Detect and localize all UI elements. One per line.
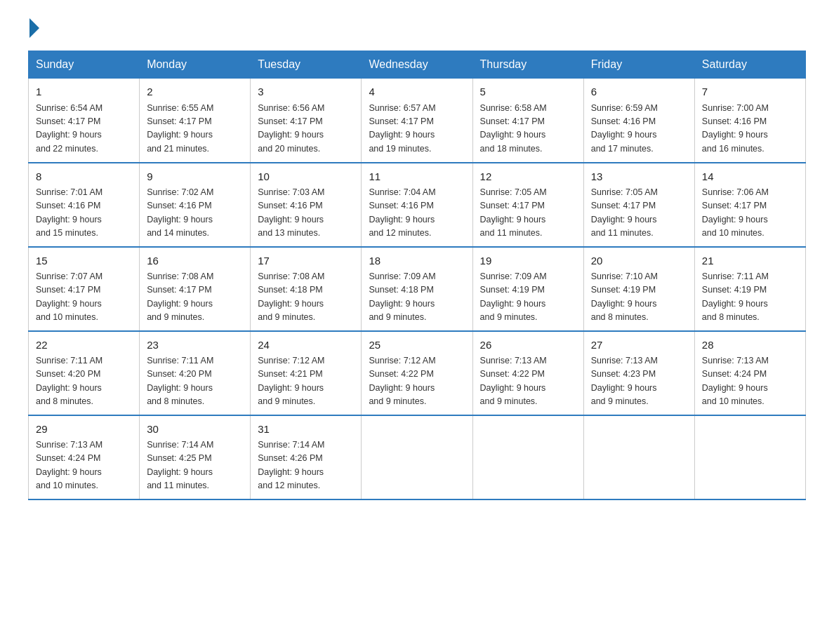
calendar-cell: 28Sunrise: 7:13 AMSunset: 4:24 PMDayligh…	[694, 331, 805, 415]
day-number: 12	[480, 169, 576, 185]
calendar-cell: 21Sunrise: 7:11 AMSunset: 4:19 PMDayligh…	[694, 247, 805, 331]
calendar-cell: 5Sunrise: 6:58 AMSunset: 4:17 PMDaylight…	[472, 79, 583, 163]
page-header	[28, 21, 806, 36]
calendar-cell	[362, 415, 472, 499]
weekday-header-monday: Monday	[140, 51, 251, 79]
day-info: Sunrise: 7:09 AMSunset: 4:19 PMDaylight:…	[480, 270, 576, 325]
day-number: 8	[36, 169, 132, 185]
day-info: Sunrise: 7:05 AMSunset: 4:17 PMDaylight:…	[480, 186, 576, 241]
calendar-cell	[472, 415, 583, 499]
calendar-week-row: 15Sunrise: 7:07 AMSunset: 4:17 PMDayligh…	[29, 247, 806, 331]
calendar-week-row: 8Sunrise: 7:01 AMSunset: 4:16 PMDaylight…	[29, 163, 806, 247]
day-info: Sunrise: 7:10 AMSunset: 4:19 PMDaylight:…	[591, 270, 687, 325]
day-info: Sunrise: 6:57 AMSunset: 4:17 PMDaylight:…	[369, 102, 465, 156]
day-number: 5	[480, 84, 576, 100]
day-number: 21	[702, 253, 798, 269]
day-info: Sunrise: 7:08 AMSunset: 4:18 PMDaylight:…	[258, 270, 354, 325]
calendar-cell: 18Sunrise: 7:09 AMSunset: 4:18 PMDayligh…	[362, 247, 472, 331]
calendar-week-row: 29Sunrise: 7:13 AMSunset: 4:24 PMDayligh…	[29, 415, 806, 499]
day-info: Sunrise: 7:14 AMSunset: 4:25 PMDaylight:…	[147, 438, 243, 493]
calendar-cell: 7Sunrise: 7:00 AMSunset: 4:16 PMDaylight…	[694, 79, 805, 163]
calendar-cell: 12Sunrise: 7:05 AMSunset: 4:17 PMDayligh…	[472, 163, 583, 247]
day-number: 19	[480, 253, 576, 269]
day-info: Sunrise: 7:11 AMSunset: 4:19 PMDaylight:…	[702, 270, 798, 325]
calendar-table: SundayMondayTuesdayWednesdayThursdayFrid…	[28, 51, 806, 500]
calendar-cell: 16Sunrise: 7:08 AMSunset: 4:17 PMDayligh…	[140, 247, 251, 331]
day-info: Sunrise: 7:01 AMSunset: 4:16 PMDaylight:…	[36, 186, 132, 241]
day-number: 3	[258, 84, 354, 100]
day-info: Sunrise: 6:59 AMSunset: 4:16 PMDaylight:…	[591, 102, 687, 156]
day-number: 25	[369, 337, 465, 354]
day-info: Sunrise: 7:13 AMSunset: 4:22 PMDaylight:…	[480, 354, 576, 409]
weekday-header-tuesday: Tuesday	[251, 51, 362, 79]
logo-arrow-icon	[29, 18, 39, 38]
day-number: 22	[36, 337, 132, 354]
day-info: Sunrise: 6:56 AMSunset: 4:17 PMDaylight:…	[258, 102, 354, 156]
calendar-cell: 29Sunrise: 7:13 AMSunset: 4:24 PMDayligh…	[29, 415, 140, 499]
logo	[28, 21, 39, 36]
calendar-cell: 27Sunrise: 7:13 AMSunset: 4:23 PMDayligh…	[583, 331, 694, 415]
day-info: Sunrise: 7:00 AMSunset: 4:16 PMDaylight:…	[702, 102, 798, 156]
weekday-header-row: SundayMondayTuesdayWednesdayThursdayFrid…	[29, 51, 806, 79]
day-info: Sunrise: 7:11 AMSunset: 4:20 PMDaylight:…	[147, 354, 243, 409]
calendar-cell: 22Sunrise: 7:11 AMSunset: 4:20 PMDayligh…	[29, 331, 140, 415]
day-number: 6	[591, 84, 687, 100]
weekday-header-saturday: Saturday	[694, 51, 805, 79]
day-number: 17	[258, 253, 354, 269]
calendar-cell: 20Sunrise: 7:10 AMSunset: 4:19 PMDayligh…	[583, 247, 694, 331]
day-number: 27	[591, 337, 687, 354]
day-number: 30	[147, 422, 243, 438]
calendar-cell: 24Sunrise: 7:12 AMSunset: 4:21 PMDayligh…	[251, 331, 362, 415]
day-info: Sunrise: 7:03 AMSunset: 4:16 PMDaylight:…	[258, 186, 354, 241]
day-info: Sunrise: 7:13 AMSunset: 4:24 PMDaylight:…	[702, 354, 798, 409]
day-info: Sunrise: 7:13 AMSunset: 4:23 PMDaylight:…	[591, 354, 687, 409]
day-info: Sunrise: 7:13 AMSunset: 4:24 PMDaylight:…	[36, 438, 132, 493]
day-info: Sunrise: 7:12 AMSunset: 4:22 PMDaylight:…	[369, 354, 465, 409]
day-info: Sunrise: 6:58 AMSunset: 4:17 PMDaylight:…	[480, 102, 576, 156]
day-info: Sunrise: 7:12 AMSunset: 4:21 PMDaylight:…	[258, 354, 354, 409]
calendar-cell: 25Sunrise: 7:12 AMSunset: 4:22 PMDayligh…	[362, 331, 472, 415]
calendar-cell: 1Sunrise: 6:54 AMSunset: 4:17 PMDaylight…	[29, 79, 140, 163]
calendar-cell: 17Sunrise: 7:08 AMSunset: 4:18 PMDayligh…	[251, 247, 362, 331]
day-number: 7	[702, 84, 798, 100]
day-number: 15	[36, 253, 132, 269]
day-number: 29	[36, 422, 132, 438]
day-info: Sunrise: 7:07 AMSunset: 4:17 PMDaylight:…	[36, 270, 132, 325]
day-info: Sunrise: 7:04 AMSunset: 4:16 PMDaylight:…	[369, 186, 465, 241]
day-number: 31	[258, 422, 354, 438]
calendar-cell: 2Sunrise: 6:55 AMSunset: 4:17 PMDaylight…	[140, 79, 251, 163]
calendar-cell: 30Sunrise: 7:14 AMSunset: 4:25 PMDayligh…	[140, 415, 251, 499]
calendar-cell: 13Sunrise: 7:05 AMSunset: 4:17 PMDayligh…	[583, 163, 694, 247]
calendar-cell	[694, 415, 805, 499]
day-number: 23	[147, 337, 243, 354]
calendar-cell: 4Sunrise: 6:57 AMSunset: 4:17 PMDaylight…	[362, 79, 472, 163]
day-number: 28	[702, 337, 798, 354]
calendar-cell	[583, 415, 694, 499]
calendar-cell: 6Sunrise: 6:59 AMSunset: 4:16 PMDaylight…	[583, 79, 694, 163]
day-number: 14	[702, 169, 798, 185]
day-number: 16	[147, 253, 243, 269]
weekday-header-sunday: Sunday	[29, 51, 140, 79]
calendar-cell: 11Sunrise: 7:04 AMSunset: 4:16 PMDayligh…	[362, 163, 472, 247]
calendar-cell: 3Sunrise: 6:56 AMSunset: 4:17 PMDaylight…	[251, 79, 362, 163]
day-number: 20	[591, 253, 687, 269]
day-info: Sunrise: 7:11 AMSunset: 4:20 PMDaylight:…	[36, 354, 132, 409]
day-info: Sunrise: 7:14 AMSunset: 4:26 PMDaylight:…	[258, 438, 354, 493]
day-info: Sunrise: 7:02 AMSunset: 4:16 PMDaylight:…	[147, 186, 243, 241]
calendar-cell: 31Sunrise: 7:14 AMSunset: 4:26 PMDayligh…	[251, 415, 362, 499]
day-number: 26	[480, 337, 576, 354]
day-number: 1	[36, 84, 132, 100]
calendar-cell: 19Sunrise: 7:09 AMSunset: 4:19 PMDayligh…	[472, 247, 583, 331]
calendar-cell: 14Sunrise: 7:06 AMSunset: 4:17 PMDayligh…	[694, 163, 805, 247]
day-number: 13	[591, 169, 687, 185]
day-info: Sunrise: 7:09 AMSunset: 4:18 PMDaylight:…	[369, 270, 465, 325]
day-number: 10	[258, 169, 354, 185]
calendar-cell: 23Sunrise: 7:11 AMSunset: 4:20 PMDayligh…	[140, 331, 251, 415]
day-info: Sunrise: 7:06 AMSunset: 4:17 PMDaylight:…	[702, 186, 798, 241]
weekday-header-friday: Friday	[583, 51, 694, 79]
calendar-cell: 8Sunrise: 7:01 AMSunset: 4:16 PMDaylight…	[29, 163, 140, 247]
calendar-cell: 9Sunrise: 7:02 AMSunset: 4:16 PMDaylight…	[140, 163, 251, 247]
day-info: Sunrise: 6:55 AMSunset: 4:17 PMDaylight:…	[147, 102, 243, 156]
day-number: 18	[369, 253, 465, 269]
day-number: 24	[258, 337, 354, 354]
